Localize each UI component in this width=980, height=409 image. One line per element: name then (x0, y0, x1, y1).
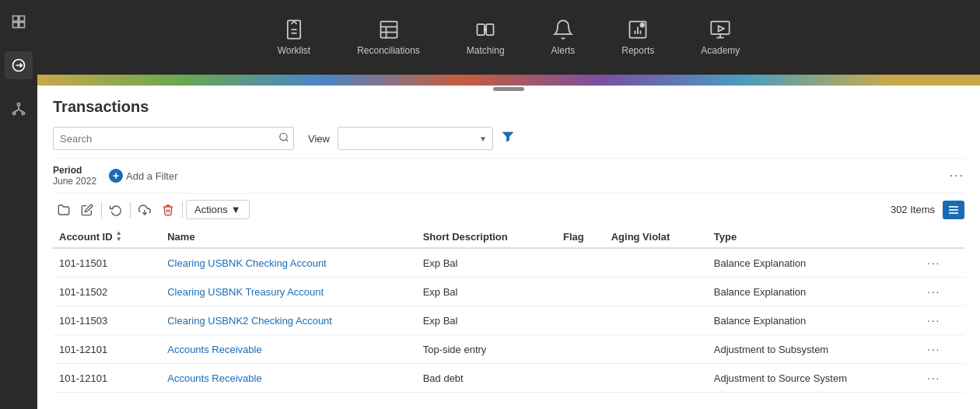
table-wrapper: Account ID ▲▼ Name Short Description (53, 225, 964, 397)
name-link[interactable]: Clearing USBNK2 Checking Account (167, 315, 332, 327)
toolbar-divider-2 (130, 202, 131, 218)
cell-type: Adjustment to Source System (708, 364, 918, 393)
cell-row-actions: ··· (918, 278, 964, 306)
cell-short-desc: Exp Bal (417, 248, 557, 278)
sort-arrows-account-id[interactable]: ▲▼ (116, 230, 122, 243)
col-aging: Aging Violat (605, 225, 708, 248)
name-link[interactable]: Clearing USBNK Treasury Account (167, 286, 324, 298)
edit-icon-button[interactable] (76, 201, 98, 219)
cell-row-actions: ··· (918, 306, 964, 335)
cell-account-id: 101-11502 (53, 278, 161, 306)
delete-icon-button[interactable] (157, 201, 179, 219)
cell-short-desc: Top-side entry (417, 335, 557, 364)
filter-icon[interactable] (501, 130, 515, 148)
add-filter-button[interactable]: + Add a Filter (109, 169, 177, 183)
nav-matching[interactable]: Matching (467, 19, 505, 56)
cell-name: Accounts Receivable (161, 335, 416, 364)
cell-aging (605, 364, 708, 393)
search-icon-button[interactable] (278, 132, 289, 145)
col-name: Name (161, 225, 416, 248)
svg-rect-3 (19, 23, 25, 28)
col-type: Type (708, 225, 918, 248)
cell-flag (557, 364, 605, 393)
actions-label: Actions (194, 204, 228, 215)
svg-rect-22 (712, 22, 730, 34)
cell-short-desc: Bad debt (417, 364, 557, 393)
table-row: 101-11503 Clearing USBNK2 Checking Accou… (53, 306, 964, 335)
sidebar (0, 0, 37, 409)
search-input[interactable] (53, 127, 294, 150)
cell-aging (605, 335, 708, 364)
actions-dropdown-icon: ▼ (231, 204, 241, 215)
search-row: View ▼ (53, 127, 964, 150)
folder-icon-button[interactable] (53, 201, 75, 219)
content-area: Transactions View ▼ (37, 86, 980, 409)
svg-line-9 (14, 110, 19, 112)
svg-marker-28 (502, 132, 513, 142)
nav-reconciliations[interactable]: Reconciliations (357, 19, 420, 56)
view-select[interactable] (338, 127, 493, 150)
svg-rect-2 (13, 23, 19, 28)
filter-row-right: ··· (950, 169, 964, 183)
cell-row-actions: ··· (918, 335, 964, 364)
row-actions-button[interactable]: ··· (924, 341, 944, 357)
svg-point-21 (641, 23, 645, 27)
svg-rect-18 (478, 24, 485, 35)
col-account-id: Account ID ▲▼ (53, 225, 161, 248)
svg-rect-19 (486, 24, 493, 35)
cell-flag (557, 306, 605, 335)
cell-type: Balance Explanation (708, 248, 918, 278)
transactions-icon[interactable] (5, 51, 33, 79)
page-title: Transactions (53, 98, 964, 116)
banner (37, 75, 980, 86)
svg-rect-0 (13, 16, 19, 22)
transactions-table: Account ID ▲▼ Name Short Description (53, 225, 964, 393)
col-row-actions (918, 225, 964, 248)
svg-line-27 (286, 139, 289, 142)
name-link[interactable]: Accounts Receivable (167, 344, 261, 355)
cell-name: Clearing USBNK2 Checking Account (161, 306, 416, 335)
cell-aging (605, 248, 708, 278)
svg-point-6 (13, 112, 16, 114)
nav-alerts[interactable]: Alerts (551, 19, 576, 56)
cell-type: Adjustment to Subsystem (708, 335, 918, 364)
nav-academy[interactable]: Academy (701, 19, 740, 56)
table-row: 101-11501 Clearing USBNK Checking Accoun… (53, 248, 964, 278)
col-flag: Flag (557, 225, 605, 248)
name-link[interactable]: Accounts Receivable (167, 372, 261, 384)
cell-name: Clearing USBNK Treasury Account (161, 278, 416, 306)
hierarchy-icon[interactable] (5, 95, 33, 123)
items-count: 302 Items (891, 204, 935, 215)
cell-type: Balance Explanation (708, 278, 918, 306)
add-filter-label: Add a Filter (126, 170, 177, 182)
actions-button[interactable]: Actions ▼ (186, 200, 250, 219)
top-nav: Worklist Reconciliations Matching (37, 0, 980, 75)
cell-row-actions: ··· (918, 248, 964, 278)
row-actions-button[interactable]: ··· (924, 255, 944, 271)
cell-account-id: 101-11501 (53, 248, 161, 278)
svg-line-10 (19, 110, 23, 112)
table-row: 101-12101 Accounts Receivable Top-side e… (53, 335, 964, 364)
list-view-button[interactable] (943, 201, 964, 219)
cell-account-id: 101-12101 (53, 335, 161, 364)
cell-flag (557, 248, 605, 278)
nav-worklist[interactable]: Worklist (278, 19, 310, 56)
row-actions-button[interactable]: ··· (924, 284, 944, 299)
view-select-wrapper: ▼ (338, 127, 493, 150)
svg-point-5 (17, 103, 19, 106)
cell-short-desc: Exp Bal (417, 278, 557, 306)
banner-handle (493, 87, 524, 91)
row-actions-button[interactable]: ··· (924, 370, 944, 386)
cell-type: Balance Explanation (708, 306, 918, 335)
cell-account-id: 101-11503 (53, 306, 161, 335)
filter-more-options-button[interactable]: ··· (950, 169, 964, 183)
main-wrapper: Worklist Reconciliations Matching (37, 0, 980, 409)
row-actions-button[interactable]: ··· (924, 313, 944, 328)
filter-row: Period June 2022 + Add a Filter ··· (53, 158, 964, 194)
name-link[interactable]: Clearing USBNK Checking Account (167, 257, 327, 269)
refresh-icon-button[interactable] (105, 201, 127, 219)
nav-reports[interactable]: Reports (621, 19, 654, 56)
export-icon-button[interactable] (134, 201, 156, 219)
menu-icon[interactable] (5, 8, 33, 36)
cell-short-desc: Exp Bal (417, 306, 557, 335)
